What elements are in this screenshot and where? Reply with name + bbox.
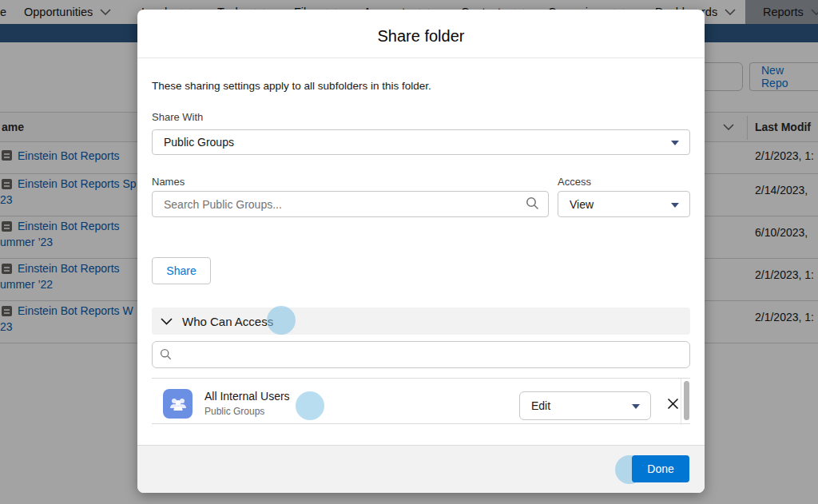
modal-footer [137,445,705,493]
click-indicator [296,391,324,420]
chevron-down-icon [671,141,679,145]
who-can-access-section-header[interactable]: Who Can Access [152,308,690,335]
close-icon [667,398,679,410]
access-label: Access [558,176,591,188]
remove-entry-button[interactable] [664,395,681,412]
entry-name: All Internal Users [204,390,290,403]
done-button[interactable]: Done [632,455,689,482]
sharing-settings-description: These sharing settings apply to all subf… [152,80,431,92]
entry-access-select[interactable]: Edit [519,391,651,420]
scrollbar-thumb[interactable] [684,381,689,420]
access-entries-list: All Internal Users Public Groups Edit [152,378,690,424]
entry-type: Public Groups [204,406,264,417]
list-divider [681,379,681,425]
who-can-access-label: Who Can Access [182,315,273,328]
who-can-access-search-input[interactable] [152,341,690,368]
names-search-input[interactable] [152,191,549,217]
share-folder-modal: Share folder These sharing settings appl… [137,10,705,493]
share-with-select[interactable]: Public Groups [152,129,690,155]
share-button[interactable]: Share [152,257,211,284]
chevron-down-icon [671,203,679,208]
chevron-down-icon [632,404,640,409]
modal-title: Share folder [137,27,705,46]
names-label: Names [152,176,185,188]
access-select[interactable]: View [558,191,690,217]
public-group-icon [163,389,193,419]
chevron-down-icon [161,318,173,325]
share-with-label: Share With [152,111,203,123]
header-divider [137,58,705,58]
search-icon [526,196,539,213]
search-icon [160,348,172,363]
